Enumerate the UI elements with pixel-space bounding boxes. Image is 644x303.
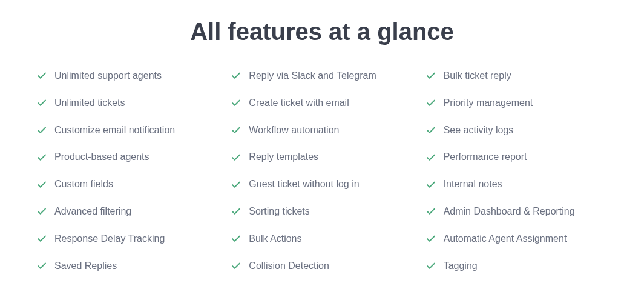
- feature-label: Admin Dashboard & Reporting: [444, 205, 575, 218]
- feature-item: Bulk Actions: [231, 233, 413, 245]
- check-icon: [231, 70, 242, 81]
- feature-item: Reply templates: [231, 151, 413, 164]
- feature-label: Reply via Slack and Telegram: [249, 70, 376, 82]
- feature-label: Response Delay Tracking: [54, 233, 165, 245]
- feature-label: Automatic Agent Assignment: [444, 233, 567, 245]
- feature-item: Unlimited tickets: [36, 97, 218, 110]
- check-icon: [36, 98, 47, 108]
- check-icon: [231, 233, 242, 244]
- check-icon: [36, 206, 47, 217]
- feature-label: Customize email notification: [54, 124, 175, 137]
- features-column-1: Unlimited support agents Unlimited ticke…: [36, 70, 218, 272]
- feature-item: Bulk ticket reply: [426, 70, 608, 82]
- feature-label: Tagging: [444, 260, 478, 273]
- feature-label: Product-based agents: [54, 151, 150, 164]
- check-icon: [426, 70, 436, 81]
- feature-item: Create ticket with email: [231, 97, 413, 110]
- check-icon: [36, 70, 47, 81]
- check-icon: [426, 261, 436, 271]
- check-icon: [426, 152, 436, 163]
- check-icon: [231, 98, 242, 108]
- feature-label: Performance report: [444, 151, 527, 164]
- check-icon: [231, 261, 242, 271]
- feature-item: Automatic Agent Assignment: [426, 233, 608, 245]
- feature-item: Sorting tickets: [231, 205, 413, 218]
- feature-label: Reply templates: [249, 151, 318, 164]
- feature-item: Performance report: [426, 151, 608, 164]
- features-column-2: Reply via Slack and Telegram Create tick…: [231, 70, 413, 272]
- feature-item: Saved Replies: [36, 260, 218, 273]
- feature-label: Unlimited tickets: [54, 97, 125, 110]
- check-icon: [426, 233, 436, 244]
- check-icon: [231, 206, 242, 217]
- feature-item: Collision Detection: [231, 260, 413, 273]
- feature-label: Bulk Actions: [249, 233, 301, 245]
- feature-item: Custom fields: [36, 178, 218, 191]
- check-icon: [36, 152, 47, 163]
- feature-item: Customize email notification: [36, 124, 218, 137]
- feature-label: Internal notes: [444, 178, 502, 191]
- feature-label: Sorting tickets: [249, 205, 309, 218]
- feature-item: See activity logs: [426, 124, 608, 137]
- check-icon: [426, 206, 436, 217]
- feature-label: Unlimited support agents: [54, 70, 162, 82]
- feature-label: Workflow automation: [249, 124, 339, 137]
- check-icon: [231, 125, 242, 136]
- check-icon: [36, 261, 47, 271]
- feature-label: Bulk ticket reply: [444, 70, 511, 82]
- feature-label: Saved Replies: [54, 260, 117, 273]
- features-grid: Unlimited support agents Unlimited ticke…: [36, 70, 608, 272]
- check-icon: [231, 152, 242, 163]
- feature-item: Response Delay Tracking: [36, 233, 218, 245]
- feature-label: Priority management: [444, 97, 533, 110]
- check-icon: [36, 233, 47, 244]
- check-icon: [426, 125, 436, 136]
- feature-item: Internal notes: [426, 178, 608, 191]
- check-icon: [36, 125, 47, 136]
- feature-label: Create ticket with email: [249, 97, 349, 110]
- feature-item: Advanced filtering: [36, 205, 218, 218]
- check-icon: [426, 179, 436, 190]
- feature-label: Advanced filtering: [54, 205, 131, 218]
- feature-item: Workflow automation: [231, 124, 413, 137]
- feature-label: Collision Detection: [249, 260, 329, 273]
- check-icon: [426, 98, 436, 108]
- feature-item: Reply via Slack and Telegram: [231, 70, 413, 82]
- check-icon: [231, 179, 242, 190]
- feature-item: Guest ticket without log in: [231, 178, 413, 191]
- feature-label: Guest ticket without log in: [249, 178, 359, 191]
- feature-item: Tagging: [426, 260, 608, 273]
- feature-item: Admin Dashboard & Reporting: [426, 205, 608, 218]
- feature-item: Product-based agents: [36, 151, 218, 164]
- page-title: All features at a glance: [36, 18, 608, 45]
- feature-label: Custom fields: [54, 178, 113, 191]
- feature-item: Priority management: [426, 97, 608, 110]
- features-column-3: Bulk ticket reply Priority management Se…: [426, 70, 608, 272]
- feature-item: Unlimited support agents: [36, 70, 218, 82]
- check-icon: [36, 179, 47, 190]
- feature-label: See activity logs: [444, 124, 514, 137]
